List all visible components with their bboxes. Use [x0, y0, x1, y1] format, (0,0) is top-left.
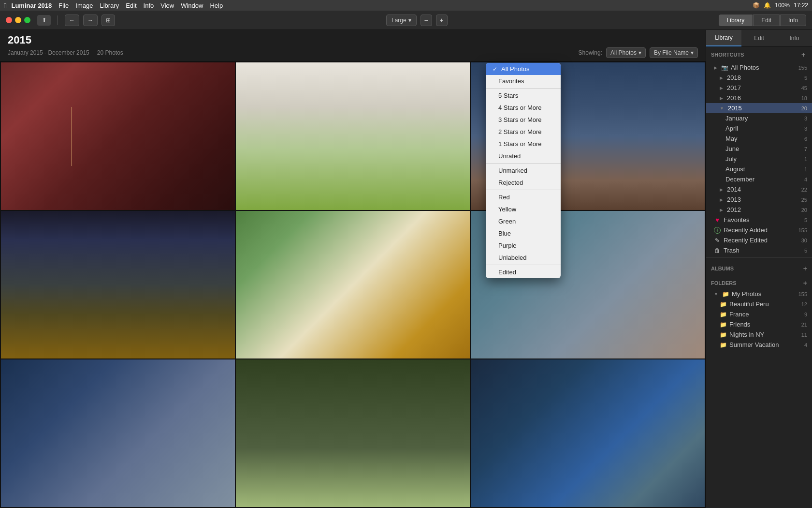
menu-view[interactable]: View — [160, 2, 174, 9]
dd-item-green[interactable]: Green — [486, 215, 561, 227]
sidebar-folder-france[interactable]: 📁 France 9 — [706, 309, 812, 319]
my-photos-label: My Photos — [732, 290, 761, 298]
view-toggle-button[interactable]: ⊞ — [102, 15, 115, 26]
sidebar-folder-friends[interactable]: 📁 Friends 21 — [706, 319, 812, 329]
tab-library[interactable]: Library — [719, 15, 753, 26]
menu-help[interactable]: Help — [210, 2, 223, 9]
sidebar-item-2012[interactable]: ▶ 2012 20 — [706, 205, 812, 215]
april-count: 3 — [804, 126, 807, 132]
filter-dropdown[interactable]: All Photos ▾ — [606, 47, 646, 58]
battery-status: 100% — [775, 2, 790, 9]
sidebar-folder-nights-in-ny[interactable]: 📁 Nights in NY 11 — [706, 329, 812, 340]
back-button[interactable]: ← — [65, 15, 79, 26]
sidebar-item-june[interactable]: June 7 — [706, 144, 812, 154]
photo-cell-9[interactable] — [471, 359, 705, 507]
sidebar-item-2013[interactable]: ▶ 2013 25 — [706, 194, 812, 205]
maximize-button[interactable] — [24, 17, 30, 23]
dd-item-1stars[interactable]: 1 Stars or More — [486, 138, 561, 150]
year-2018-label: 2018 — [727, 74, 741, 81]
menu-window[interactable]: Window — [181, 2, 203, 9]
sidebar-item-2015[interactable]: ▼ 2015 20 — [706, 103, 812, 113]
sort-dropdown[interactable]: By File Name ▾ — [650, 47, 698, 58]
sidebar-folder-summer-vacation[interactable]: 📁 Summer Vacation 4 — [706, 340, 812, 350]
zoom-plus-button[interactable]: + — [436, 15, 448, 26]
sidebar-folder-my-photos[interactable]: ▼ 📁 My Photos 155 — [706, 289, 812, 299]
subheader-left: January 2015 - December 2015 20 Photos — [8, 49, 123, 56]
menu-app-name[interactable]: Luminar 2018 — [11, 2, 52, 9]
sidebar-item-2018[interactable]: ▶ 2018 5 — [706, 73, 812, 83]
may-label: May — [725, 135, 738, 142]
close-button[interactable] — [6, 17, 12, 23]
dd-item-edited[interactable]: Edited — [486, 266, 561, 278]
dd-item-3stars[interactable]: 3 Stars or More — [486, 114, 561, 126]
toolbar: ⬆ ← → ⊞ Large ▾ − + Library Edit Info — [0, 11, 812, 30]
recently-edited-icon: ✎ — [714, 237, 721, 244]
year-2012-triangle: ▶ — [720, 208, 723, 212]
dd-item-2stars[interactable]: 2 Stars or More — [486, 126, 561, 138]
menu-info[interactable]: Info — [144, 2, 154, 9]
dd-item-red[interactable]: Red — [486, 191, 561, 203]
sidebar-folder-beautiful-peru[interactable]: 📁 Beautiful Peru 12 — [706, 299, 812, 309]
dd-item-purple[interactable]: Purple — [486, 239, 561, 252]
dd-item-4stars[interactable]: 4 Stars or More — [486, 102, 561, 114]
folder-icon-summer-vacation: 📁 — [720, 342, 726, 348]
dd-item-5stars[interactable]: 5 Stars — [486, 90, 561, 102]
sidebar-item-all-photos[interactable]: ▶ 📷 All Photos 155 — [706, 62, 812, 73]
photo-cell-8[interactable]: ⇌ — [236, 359, 470, 507]
photo-cell-7[interactable]: ⇌ — [1, 359, 235, 507]
albums-add-button[interactable]: + — [803, 265, 807, 272]
dd-item-unlabeled[interactable]: Unlabeled — [486, 252, 561, 264]
dd-item-unrated[interactable]: Unrated — [486, 150, 561, 162]
sidebar-item-trash[interactable]: 🗑 Trash 5 — [706, 245, 812, 255]
dd-item-blue[interactable]: Blue — [486, 227, 561, 239]
sidebar-item-favorites[interactable]: ♥ Favorites 5 — [706, 215, 812, 225]
status-icon: 🔔 — [764, 2, 771, 9]
photo-cell-2[interactable] — [236, 62, 470, 210]
clock: 17:22 — [794, 2, 808, 9]
recently-edited-count: 30 — [801, 238, 807, 243]
sidebar-item-2014[interactable]: ▶ 2014 22 — [706, 184, 812, 194]
sidebar-item-recently-added[interactable]: + Recently Added 155 — [706, 225, 812, 235]
photo-cell-4[interactable]: ⇌ — [1, 211, 235, 359]
sidebar-item-august[interactable]: August 1 — [706, 164, 812, 174]
sidebar-item-january[interactable]: January 3 — [706, 113, 812, 123]
sidebar-tab-edit[interactable]: Edit — [741, 30, 777, 46]
menu-image[interactable]: Image — [75, 2, 93, 9]
minimize-button[interactable] — [15, 17, 21, 23]
forward-button[interactable]: → — [83, 15, 98, 26]
sidebar-item-2016[interactable]: ▶ 2016 18 — [706, 93, 812, 103]
sidebar-item-recently-edited[interactable]: ✎ Recently Edited 30 — [706, 235, 812, 245]
sidebar-item-december[interactable]: December 4 — [706, 174, 812, 184]
sidebar-tab-library[interactable]: Library — [706, 30, 741, 46]
april-label: April — [725, 125, 738, 132]
sidebar-item-2017[interactable]: ▶ 2017 45 — [706, 83, 812, 93]
dd-item-all-photos[interactable]: All Photos — [486, 63, 561, 75]
trash-icon: 🗑 — [714, 247, 721, 254]
year-2012-label: 2012 — [727, 206, 741, 213]
dd-item-yellow[interactable]: Yellow — [486, 203, 561, 215]
sidebar-item-july[interactable]: July 1 — [706, 154, 812, 164]
photo-2 — [236, 62, 470, 210]
upload-button[interactable]: ⬆ — [37, 15, 51, 26]
tab-info[interactable]: Info — [780, 15, 806, 26]
dd-item-rejected[interactable]: Rejected — [486, 177, 561, 189]
size-selector[interactable]: Large ▾ — [386, 15, 417, 26]
sidebar-tab-info[interactable]: Info — [777, 30, 812, 46]
year-2016-label: 2016 — [727, 94, 741, 102]
zoom-minus-button[interactable]: − — [420, 15, 432, 26]
menu-file[interactable]: File — [58, 2, 69, 9]
menu-edit[interactable]: Edit — [126, 2, 136, 9]
year-2015-triangle: ▼ — [720, 106, 724, 111]
sidebar-item-april[interactable]: April 3 — [706, 123, 812, 134]
shortcuts-add-button[interactable]: + — [799, 51, 807, 59]
sidebar-item-may[interactable]: May 6 — [706, 134, 812, 144]
tab-edit[interactable]: Edit — [753, 15, 780, 26]
photo-cell-1[interactable] — [1, 62, 235, 210]
folders-add-button[interactable]: + — [803, 279, 807, 287]
menubar:  Luminar 2018 File Image Library Edit I… — [0, 0, 812, 11]
menu-library[interactable]: Library — [100, 2, 119, 9]
dd-item-favorites[interactable]: Favorites — [486, 75, 561, 87]
dd-item-unmarked[interactable]: Unmarked — [486, 164, 561, 177]
photo-cell-5[interactable]: ⇌ — [236, 211, 470, 359]
nights-in-ny-label: Nights in NY — [729, 331, 764, 338]
